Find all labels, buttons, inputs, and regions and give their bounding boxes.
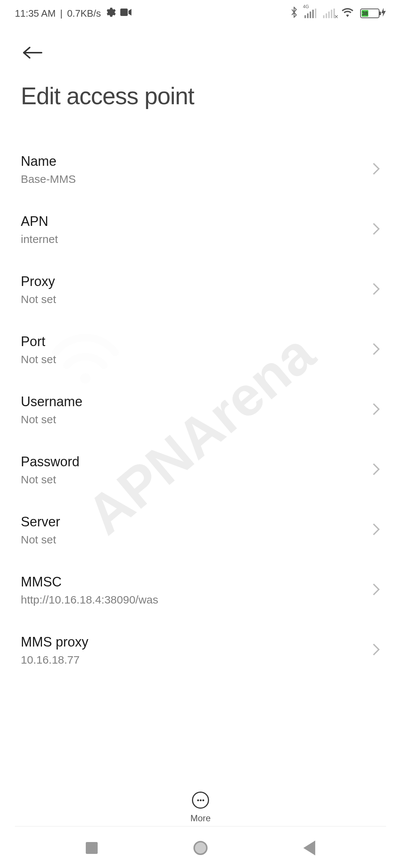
signal-sim1-icon: 4G [304,9,316,18]
status-data-speed: 0.7KB/s [67,8,101,19]
chevron-right-icon [372,342,380,357]
gear-icon [105,7,116,20]
bluetooth-icon [290,7,298,20]
setting-value: Base-MMS [21,173,365,185]
page-title: Edit access point [21,82,380,110]
setting-value: Not set [21,473,365,486]
setting-row-proxy[interactable]: Proxy Not set [21,260,380,320]
setting-row-apn[interactable]: APN internet [21,200,380,260]
status-bar: 11:35 AM | 0.7KB/s 4G [0,0,401,27]
setting-row-server[interactable]: Server Not set [21,500,380,560]
setting-value: http://10.16.18.4:38090/was [21,594,365,606]
setting-label: MMS proxy [21,634,365,650]
chevron-right-icon [372,162,380,177]
chevron-right-icon [372,222,380,237]
charging-icon [381,8,386,19]
setting-value: Not set [21,533,365,546]
nav-recents-button[interactable] [82,839,101,857]
circle-icon [193,841,208,855]
setting-value: 10.16.18.77 [21,654,365,666]
setting-label: Port [21,334,365,349]
back-button[interactable] [21,42,43,64]
setting-row-mms-proxy[interactable]: MMS proxy 10.16.18.77 [21,620,380,680]
setting-row-port[interactable]: Port Not set [21,320,380,380]
nav-home-button[interactable] [191,839,210,857]
status-separator: | [60,8,63,19]
chevron-right-icon [372,523,380,537]
chevron-right-icon [372,402,380,417]
setting-label: Password [21,454,365,470]
camera-icon [120,8,131,19]
more-label: More [190,813,211,823]
chevron-right-icon [372,583,380,598]
setting-value: Not set [21,353,365,366]
setting-row-password[interactable]: Password Not set [21,440,380,500]
signal-sim2-icon: ✕ [323,9,335,18]
setting-value: internet [21,233,365,246]
chevron-right-icon [372,643,380,658]
wifi-icon [342,7,353,20]
battery-icon: 38 [360,8,386,19]
system-navbar [0,828,401,868]
toolbar-divider [15,826,386,826]
setting-label: APN [21,214,365,229]
more-button[interactable]: More [190,792,211,823]
setting-label: MMSC [21,574,365,590]
setting-label: Server [21,514,365,530]
nav-back-button[interactable] [300,839,319,857]
status-time: 11:35 AM [15,8,56,19]
setting-row-mmsc[interactable]: MMSC http://10.16.18.4:38090/was [21,560,380,620]
setting-row-username[interactable]: Username Not set [21,380,380,440]
svg-rect-1 [120,9,128,16]
setting-value: Not set [21,293,365,306]
triangle-icon [303,841,315,855]
chevron-right-icon [372,463,380,477]
chevron-right-icon [372,282,380,297]
square-icon [86,842,98,854]
setting-row-name[interactable]: Name Base-MMS [21,139,380,200]
setting-value: Not set [21,413,365,426]
setting-label: Username [21,394,365,410]
settings-list: Name Base-MMS APN internet Proxy Not set… [0,139,401,811]
more-icon [192,792,209,809]
setting-label: Name [21,154,365,169]
setting-label: Proxy [21,274,365,289]
